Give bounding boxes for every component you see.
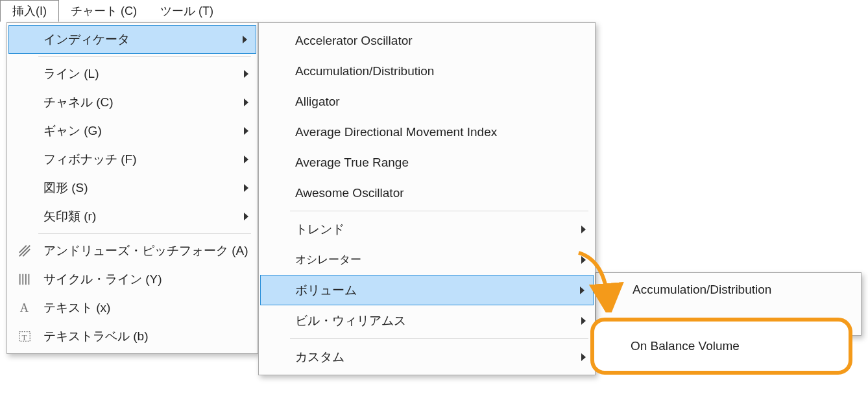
menubar: 挿入(I) チャート (C) ツール (T): [0, 0, 868, 22]
volume-item-accdist[interactable]: Accumulation/Distribution: [596, 275, 861, 304]
indicator-adx[interactable]: Average Directional Movement Index: [259, 117, 595, 147]
indicator-atr[interactable]: Average True Range: [259, 147, 595, 178]
submenu-arrow-icon: [244, 99, 248, 106]
menu-item-arrows[interactable]: 矢印類 (r): [7, 202, 258, 231]
menu-item-shapes[interactable]: 図形 (S): [7, 174, 258, 202]
text-icon: A: [16, 299, 33, 316]
menu-item-andrews-label: アンドリューズ・ピッチフォーク (A): [43, 242, 248, 259]
indicator-alligator[interactable]: Alligator: [259, 86, 595, 117]
menu-item-fibonacci-label: フィボナッチ (F): [43, 151, 137, 168]
menu-item-gann[interactable]: ギャン (G): [7, 117, 258, 145]
submenu-arrow-icon: [581, 256, 586, 264]
separator: [38, 56, 251, 57]
volume-item-accdist-label: Accumulation/Distribution: [633, 283, 771, 297]
menu-chart-label: チャート (C): [71, 3, 137, 19]
menu-chart[interactable]: チャート (C): [59, 0, 149, 22]
svg-text:T: T: [21, 333, 27, 342]
submenu-custom-label: カスタム: [295, 349, 344, 366]
annotation-highlight-obv: On Balance Volume: [590, 318, 852, 375]
menu-item-arrows-label: 矢印類 (r): [43, 208, 96, 225]
submenu-volume-label: ボリューム: [295, 282, 357, 299]
separator: [38, 233, 251, 234]
menu-item-gann-label: ギャン (G): [43, 123, 102, 139]
submenu-arrow-icon: [244, 127, 248, 135]
submenu-arrow-icon: [244, 184, 248, 192]
separator: [290, 338, 588, 339]
menu-item-channels-label: チャネル (C): [43, 94, 114, 111]
submenu-arrow-icon: [243, 36, 247, 43]
menu-insert[interactable]: 挿入(I): [0, 0, 59, 22]
menu-item-lines-label: ライン (L): [43, 65, 99, 82]
submenu-trend[interactable]: トレンド: [259, 214, 595, 244]
indicator-adx-label: Average Directional Movement Index: [295, 125, 497, 139]
svg-line-2: [23, 249, 30, 256]
menu-item-shapes-label: 図形 (S): [43, 180, 88, 196]
svg-text:A: A: [20, 301, 29, 314]
menu-item-indicators[interactable]: インディケータ: [8, 25, 256, 54]
submenu-bill-williams[interactable]: ビル・ウィリアムス: [259, 305, 595, 336]
menu-item-lines[interactable]: ライン (L): [7, 60, 258, 88]
menu-item-fibonacci[interactable]: フィボナッチ (F): [7, 145, 258, 174]
menu-item-text[interactable]: A テキスト (x): [7, 294, 258, 322]
menu-item-cycle-lines[interactable]: サイクル・ライン (Y): [7, 265, 258, 294]
menu-item-cycle-lines-label: サイクル・ライン (Y): [43, 271, 162, 288]
indicator-accelerator[interactable]: Accelerator Oscillator: [259, 25, 595, 56]
submenu-arrow-icon: [244, 70, 248, 78]
menu-item-text-label-obj-label: テキストラベル (b): [43, 328, 149, 345]
indicator-awesome[interactable]: Awesome Oscillator: [259, 178, 595, 208]
indicator-accelerator-label: Accelerator Oscillator: [295, 34, 413, 48]
menu-tools-label: ツール (T): [160, 3, 213, 19]
menu-insert-label: 挿入(I): [12, 3, 47, 19]
submenu-bill-williams-label: ビル・ウィリアムス: [295, 312, 406, 329]
indicator-atr-label: Average True Range: [295, 156, 409, 170]
submenu-arrow-icon: [244, 213, 248, 220]
annotation-highlight-label: On Balance Volume: [631, 339, 740, 353]
submenu-arrow-icon: [244, 156, 248, 163]
menu-item-andrews[interactable]: アンドリューズ・ピッチフォーク (A): [7, 237, 258, 265]
submenu-arrow-icon: [580, 287, 585, 294]
menu-tools[interactable]: ツール (T): [149, 0, 225, 22]
indicator-awesome-label: Awesome Oscillator: [295, 186, 404, 200]
indicator-accdist[interactable]: Accumulation/Distribution: [259, 56, 595, 86]
svg-line-1: [19, 246, 27, 253]
indicators-submenu: Accelerator Oscillator Accumulation/Dist…: [258, 22, 596, 375]
menu-item-channels[interactable]: チャネル (C): [7, 88, 258, 117]
menu-item-text-label-obj[interactable]: T テキストラベル (b): [7, 322, 258, 351]
submenu-oscillator[interactable]: オシレーター: [259, 244, 595, 275]
submenu-oscillator-label: オシレーター: [295, 252, 361, 267]
separator: [290, 211, 588, 211]
menu-item-text-label: テキスト (x): [43, 299, 110, 316]
submenu-arrow-icon: [581, 226, 586, 233]
cycle-lines-icon: [16, 271, 33, 288]
text-label-icon: T: [16, 328, 33, 345]
indicator-accdist-label: Accumulation/Distribution: [295, 64, 434, 78]
submenu-volume[interactable]: ボリューム: [260, 275, 594, 305]
submenu-arrow-icon: [581, 317, 586, 325]
submenu-custom[interactable]: カスタム: [259, 342, 595, 372]
submenu-arrow-icon: [581, 353, 586, 361]
indicator-alligator-label: Alligator: [295, 95, 340, 109]
menu-item-indicators-label: インディケータ: [43, 31, 130, 48]
insert-dropdown: インディケータ ライン (L) チャネル (C) ギャン (G) フィボナッチ …: [6, 22, 258, 354]
andrews-pitchfork-icon: [16, 242, 33, 259]
submenu-trend-label: トレンド: [295, 221, 344, 238]
